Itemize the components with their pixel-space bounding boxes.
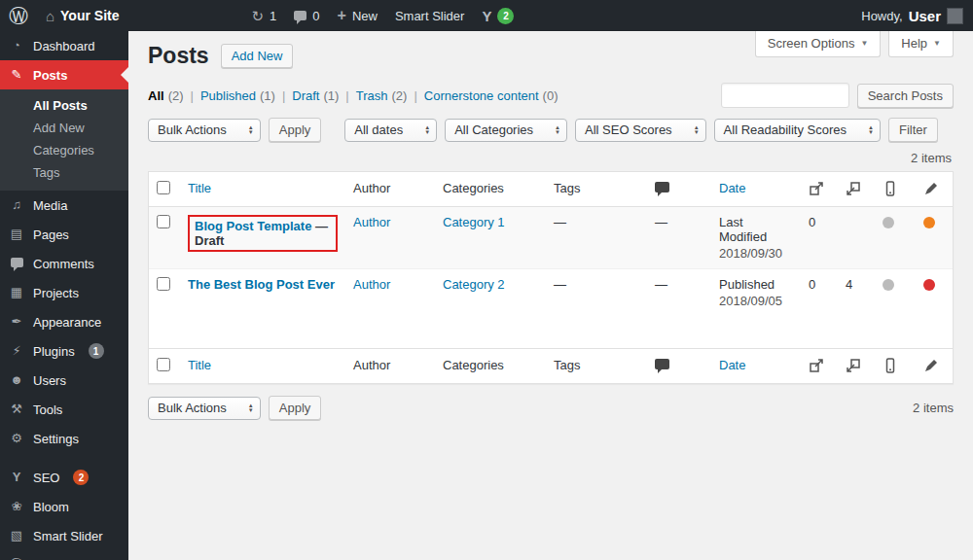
smart-slider-menu[interactable]: Smart Slider bbox=[386, 0, 474, 31]
categories-column-header: Categories bbox=[443, 358, 504, 372]
seo-score-dot bbox=[923, 217, 935, 228]
date-value: 2018/09/05 bbox=[719, 294, 793, 308]
select-all-checkbox[interactable] bbox=[157, 181, 170, 194]
submenu-item-categories[interactable]: Categories bbox=[0, 139, 128, 161]
author-link[interactable]: Author bbox=[353, 277, 390, 292]
seo-scores-filter-select[interactable]: All SEO Scores ▲▼ bbox=[575, 119, 706, 142]
dates-filter-select[interactable]: All dates ▲▼ bbox=[344, 119, 437, 142]
sort-by-date[interactable]: Date bbox=[719, 358, 745, 372]
categories-filter-select[interactable]: All Categories ▲▼ bbox=[445, 119, 567, 142]
sidebar-item-bloom[interactable]: ❀ Bloom bbox=[0, 492, 128, 521]
screen-meta-links: Screen Options ▼ Help ▼ bbox=[755, 31, 954, 57]
view-all[interactable]: All (2) bbox=[148, 88, 200, 103]
sort-by-title[interactable]: Title bbox=[188, 181, 211, 195]
screen-options-button[interactable]: Screen Options ▼ bbox=[755, 31, 882, 57]
post-row-published: The Best Blog Post Ever Author Category … bbox=[149, 269, 953, 349]
sidebar-item-smart-slider[interactable]: ▧ Smart Slider bbox=[0, 521, 128, 550]
view-published[interactable]: Published (1) bbox=[200, 88, 292, 103]
apply-button[interactable]: Apply bbox=[269, 118, 322, 142]
sidebar-item-projects[interactable]: ▦ Projects bbox=[0, 278, 128, 307]
submenu-item-tags[interactable]: Tags bbox=[0, 161, 128, 184]
submenu-item-add-new[interactable]: Add New bbox=[0, 117, 128, 139]
author-link[interactable]: Author bbox=[353, 215, 390, 229]
yoast-seo-menu[interactable]: Y 2 bbox=[473, 0, 523, 31]
view-count: (1) bbox=[323, 88, 339, 103]
sidebar-item-divi[interactable]: Ⓓ Divi bbox=[0, 550, 128, 560]
readability-column-icon bbox=[875, 349, 916, 384]
bulk-actions-value: Bulk Actions bbox=[158, 401, 227, 415]
new-content-menu[interactable]: + New bbox=[329, 0, 386, 31]
sidebar-item-plugins[interactable]: ⚡ Plugins 1 bbox=[0, 336, 128, 366]
chevron-down-icon: ▼ bbox=[933, 39, 941, 48]
content-area: Screen Options ▼ Help ▼ Posts Add New Al… bbox=[128, 31, 973, 560]
search-input[interactable] bbox=[721, 83, 849, 108]
category-link[interactable]: Category 1 bbox=[443, 215, 505, 229]
categories-filter-value: All Categories bbox=[454, 122, 533, 137]
outgoing-links-count: 0 bbox=[809, 277, 815, 292]
updates-menu[interactable]: ↻ 1 bbox=[242, 0, 285, 31]
sidebar-item-appearance[interactable]: ✒ Appearance bbox=[0, 307, 128, 336]
sidebar-item-posts[interactable]: ✎ Posts bbox=[0, 60, 128, 89]
readability-scores-filter-select[interactable]: All Readability Scores ▲▼ bbox=[714, 119, 881, 142]
settings-icon: ⚙ bbox=[8, 431, 25, 446]
plus-icon: + bbox=[338, 7, 346, 24]
site-name-menu[interactable]: ⌂ Your Site bbox=[37, 0, 127, 31]
seo-notification-badge: 2 bbox=[73, 470, 89, 485]
incoming-links-column-icon bbox=[838, 172, 875, 207]
search-posts-button[interactable]: Search Posts bbox=[857, 84, 954, 108]
view-cornerstone[interactable]: Cornerstone content (0) bbox=[424, 88, 559, 103]
sidebar-item-settings[interactable]: ⚙ Settings bbox=[0, 424, 128, 453]
wordpress-menu[interactable]: Ⓦ bbox=[0, 0, 37, 31]
readability-column-icon bbox=[875, 172, 916, 207]
post-title-link[interactable]: The Best Blog Post Ever bbox=[188, 277, 335, 292]
new-label: New bbox=[352, 9, 378, 23]
plugins-icon: ⚡ bbox=[8, 343, 25, 359]
view-trash[interactable]: Trash (2) bbox=[356, 88, 424, 103]
select-all-checkbox[interactable] bbox=[157, 358, 170, 371]
sort-by-title[interactable]: Title bbox=[188, 358, 211, 372]
incoming-links-column-icon bbox=[838, 349, 875, 384]
seo-pen-column-icon bbox=[916, 172, 953, 207]
add-new-button[interactable]: Add New bbox=[221, 44, 294, 68]
plugins-update-badge: 1 bbox=[89, 343, 104, 359]
apply-button-bottom[interactable]: Apply bbox=[269, 396, 322, 420]
tools-icon: ⚒ bbox=[8, 402, 25, 417]
bulk-actions-select-bottom[interactable]: Bulk Actions ▲▼ bbox=[148, 397, 261, 420]
admin-sidebar: ◔ Dashboard ✎ Posts All Posts Add New Ca… bbox=[0, 31, 128, 560]
sidebar-item-users[interactable]: ☻ Users bbox=[0, 366, 128, 395]
help-button[interactable]: Help ▼ bbox=[888, 31, 954, 57]
submenu-item-all-posts[interactable]: All Posts bbox=[0, 94, 128, 117]
post-row-draft: Blog Post Template — Draft Author Catego… bbox=[149, 207, 953, 269]
sidebar-item-pages[interactable]: ▤ Pages bbox=[0, 220, 128, 249]
category-link[interactable]: Category 2 bbox=[443, 277, 505, 292]
annotation-highlight: Blog Post Template — Draft bbox=[188, 215, 338, 252]
yoast-seo-icon: Y bbox=[8, 470, 25, 485]
posts-icon: ✎ bbox=[8, 67, 25, 83]
comments-column-icon bbox=[655, 359, 669, 369]
bulk-actions-value: Bulk Actions bbox=[158, 122, 227, 137]
select-arrows-icon: ▲▼ bbox=[248, 125, 254, 134]
view-draft[interactable]: Draft (1) bbox=[292, 88, 355, 103]
media-icon: ♫ bbox=[8, 197, 25, 213]
view-count: (2) bbox=[168, 88, 184, 103]
row-checkbox[interactable] bbox=[157, 277, 170, 291]
comments-menu[interactable]: 0 bbox=[285, 0, 328, 31]
bulk-actions-select[interactable]: Bulk Actions ▲▼ bbox=[148, 119, 261, 142]
sidebar-item-dashboard[interactable]: ◔ Dashboard bbox=[0, 31, 128, 60]
row-checkbox[interactable] bbox=[157, 215, 170, 228]
post-title-link[interactable]: Blog Post Template bbox=[195, 219, 311, 233]
my-account-menu[interactable]: Howdy, User bbox=[861, 0, 963, 31]
posts-table: Title Author Categories Tags Date bbox=[148, 171, 954, 384]
sidebar-item-comments[interactable]: Comments bbox=[0, 249, 128, 278]
sidebar-item-seo[interactable]: Y SEO 2 bbox=[0, 463, 128, 492]
author-column-header: Author bbox=[353, 358, 390, 372]
site-name: Your Site bbox=[60, 8, 119, 23]
select-arrows-icon: ▲▼ bbox=[248, 403, 254, 412]
sidebar-item-media[interactable]: ♫ Media bbox=[0, 191, 128, 220]
updates-count: 1 bbox=[270, 9, 276, 23]
sidebar-item-label: Users bbox=[33, 373, 66, 388]
filter-button[interactable]: Filter bbox=[888, 118, 938, 142]
sidebar-item-label: Dashboard bbox=[33, 39, 95, 53]
sidebar-item-tools[interactable]: ⚒ Tools bbox=[0, 395, 128, 424]
sort-by-date[interactable]: Date bbox=[719, 181, 745, 195]
